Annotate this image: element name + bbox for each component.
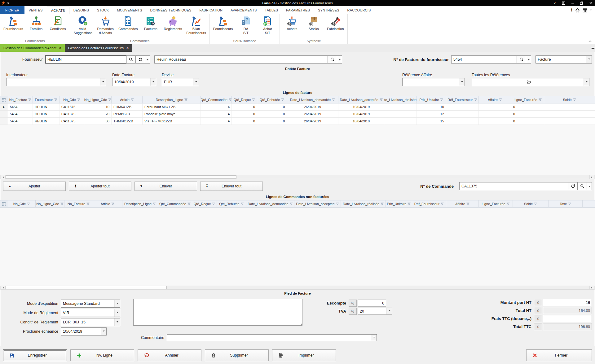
filter-funnel-icon[interactable] [229, 98, 232, 101]
fournisseur-code-input[interactable] [45, 55, 126, 64]
column-header-date-livraison-r-alis-e[interactable]: Date_Livraison_réalisée [341, 200, 386, 207]
fournisseur-name-search-icon[interactable] [328, 55, 337, 64]
echeance-select[interactable]: 10/04/2019 [61, 327, 107, 335]
filter-funnel-icon[interactable] [212, 202, 215, 205]
filter-funnel-icon[interactable] [290, 202, 293, 205]
column-header-no-facture[interactable]: No_Facture [8, 96, 33, 103]
filter-funnel-icon[interactable] [466, 202, 469, 205]
fournisseur-refresh-icon[interactable] [136, 55, 145, 64]
new-line-button[interactable]: Nv. Ligne [70, 349, 134, 361]
filter-funnel-icon[interactable] [111, 202, 114, 205]
grid-corner-icon[interactable] [0, 96, 8, 103]
help-button[interactable]: ? [550, 0, 559, 6]
commande-refresh-icon[interactable] [568, 182, 578, 190]
ribbon-button-bilan-fournisseurs[interactable]: Bilan Fournisseurs [184, 15, 208, 35]
commentaire-input[interactable] [167, 334, 377, 341]
filter-funnel-icon[interactable] [241, 202, 244, 205]
reference-affaire-select[interactable] [402, 78, 465, 86]
ajouter-button[interactable]: ▲ Ajouter [3, 182, 66, 191]
print-button[interactable]: Imprimer [272, 349, 336, 361]
ajouter-tout-button[interactable]: ▲▲ Ajouter tout [69, 182, 131, 191]
interlocuteur-select[interactable] [6, 78, 106, 86]
scroll-left-icon[interactable] [1, 175, 6, 179]
tab-overflow-caret-icon[interactable] [591, 48, 595, 50]
column-header-qt-command-e[interactable]: Qté_Commandée [201, 96, 232, 103]
toutes-references-input[interactable] [472, 78, 589, 86]
column-header-prix-unitaire[interactable]: Prix_Unitaire [386, 200, 412, 207]
filter-funnel-icon[interactable] [539, 98, 542, 101]
filter-funnel-icon[interactable] [77, 98, 80, 101]
column-header-prix-unitaire[interactable]: Prix_Unitaire [417, 96, 446, 103]
scroll-left-icon[interactable] [1, 286, 6, 289]
menu-item-synth-ses[interactable]: SYNTHÈSES [314, 6, 343, 14]
minimize-button[interactable] [568, 0, 577, 6]
column-header-qt-re-ue[interactable]: Qté_Reçue [192, 200, 217, 207]
date-facture-select[interactable]: 10/04/2019 [112, 78, 156, 86]
save-button[interactable]: Enregistrer [3, 349, 67, 361]
scrollbar-thumb[interactable] [6, 286, 167, 289]
menu-item-fichier[interactable]: FICHIER [0, 6, 24, 14]
ribbon-button-demandes-d-achats[interactable]: Demandes d'Achats [95, 15, 116, 35]
invoice-search-icon[interactable] [517, 55, 526, 64]
filter-funnel-icon[interactable] [187, 202, 191, 205]
ribbon-button-da-s-t[interactable]: ?DA S/T [235, 15, 257, 35]
column-header-r-f-fournisseur[interactable]: Réf_Fournisseur [412, 200, 446, 207]
menu-item-raccourcis[interactable]: RACCOURCIS [343, 6, 375, 14]
filter-funnel-icon[interactable] [440, 98, 443, 101]
filter-funnel-icon[interactable] [184, 98, 187, 101]
column-header-qt-command-e[interactable]: Qté_Commandée [158, 200, 192, 207]
column-header-sold[interactable]: Soldé [544, 96, 595, 103]
current-row-arrow-icon[interactable]: ▶ [0, 103, 8, 110]
column-header-date-livraison-accept-e[interactable]: Date_Livraison_acceptée [338, 96, 384, 103]
table-row[interactable]: 5454HEULINCA1137520RPMØ6ZBRondelle plate… [0, 111, 595, 118]
filter-funnel-icon[interactable] [28, 98, 31, 101]
column-header-description-ligne[interactable]: Description_Ligne [143, 96, 201, 103]
row-selector[interactable] [0, 111, 8, 117]
filter-funnel-icon[interactable] [441, 202, 444, 205]
column-header-affaire[interactable]: Affaire [479, 96, 511, 103]
ribbon-button-factures[interactable]: Factures [140, 15, 161, 31]
delete-button[interactable]: Supprimer [205, 349, 269, 361]
devise-select[interactable]: EUR [162, 78, 199, 86]
filter-funnel-icon[interactable] [507, 202, 510, 205]
filter-funnel-icon[interactable] [534, 202, 537, 205]
menu-item-stock[interactable]: STOCK [93, 6, 113, 14]
column-header-article[interactable]: Article [112, 96, 143, 103]
filter-funnel-icon[interactable] [281, 98, 284, 101]
escompte-input[interactable] [358, 300, 386, 307]
column-header-article[interactable]: Article [93, 200, 122, 207]
column-header-description-ligne[interactable]: Description_Ligne [122, 200, 158, 207]
invoice-number-input[interactable] [451, 55, 517, 64]
commande-input[interactable] [459, 182, 568, 190]
menu-item-donn-es-techniques[interactable]: DONNÉES TECHNIQUES [146, 6, 196, 14]
tab-gestion-des-factures-fournisseurs[interactable]: Gestion des Factures Fournisseurs× [65, 44, 132, 52]
filter-funnel-icon[interactable] [252, 98, 255, 101]
filter-funnel-icon[interactable] [336, 202, 339, 205]
montant-port-input[interactable] [543, 299, 592, 306]
filter-funnel-icon[interactable] [60, 202, 64, 205]
scroll-right-icon[interactable] [589, 286, 594, 289]
tab-gestion-des-commandes-d-achat[interactable]: Gestion des Commandes d'Achat× [0, 44, 65, 52]
menu-item-fabrication[interactable]: FABRICATION [195, 6, 227, 14]
column-header-date-livraison-demand-e[interactable]: Date_Livraison_demandée [246, 200, 294, 207]
grid-corner-icon[interactable] [0, 200, 8, 207]
column-header-date-livraison-demand-e[interactable]: Date_Livraison_demandée [287, 96, 338, 103]
ribbon-button-achat-s-t[interactable]: STAchat S/T [257, 15, 278, 35]
reglement-select[interactable]: VIR [61, 309, 120, 317]
enlever-button[interactable]: ▼ Enlever [134, 182, 197, 191]
fournisseur-search-icon[interactable] [126, 55, 136, 64]
expedition-select[interactable]: Messagerie Standard [61, 300, 120, 308]
column-header-no-cde[interactable]: No_Cde [8, 200, 36, 207]
tab-close-icon[interactable]: × [59, 46, 61, 50]
close-window-button[interactable] [586, 0, 595, 6]
menu-item-ventes[interactable]: VENTES [24, 6, 46, 14]
notes-textarea[interactable] [133, 299, 302, 326]
ribbon-button-fabrication[interactable]: Fabrication [324, 15, 346, 31]
fournisseur-name-input[interactable] [154, 55, 328, 64]
quick-access-caret-icon[interactable] [7, 2, 10, 4]
table-view-caret-icon[interactable] [590, 10, 592, 12]
pin-window-button[interactable] [559, 0, 568, 6]
ribbon-collapse-icon[interactable] [588, 40, 592, 42]
ribbon-button-valid-suggestions[interactable]: Valid. Suggestions [72, 15, 95, 35]
ribbon-button-fournisseurs[interactable]: Fournisseurs [211, 15, 235, 31]
